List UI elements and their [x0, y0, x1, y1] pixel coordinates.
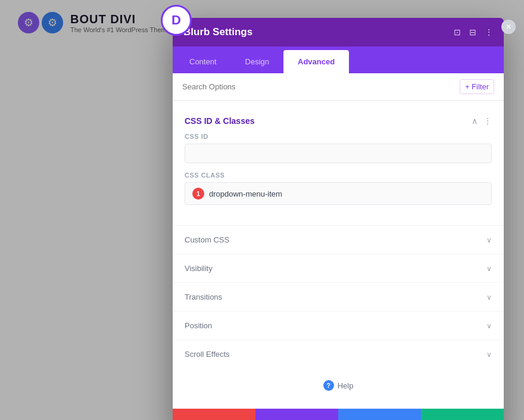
position-section: Position ∨: [173, 311, 504, 340]
css-id-input[interactable]: [185, 144, 492, 163]
search-bar: + Filter: [173, 73, 504, 101]
filter-label: + Filter: [465, 82, 489, 91]
position-title: Position: [185, 321, 212, 330]
redo-icon: ↻: [376, 418, 383, 421]
custom-css-section: Custom CSS ∨: [173, 225, 504, 254]
custom-css-header[interactable]: Custom CSS ∨: [185, 226, 492, 254]
scroll-effects-chevron: ∨: [486, 350, 492, 359]
split-icon[interactable]: ⊟: [469, 27, 476, 37]
modal-body: CSS ID & Classes ∧ ⋮ CSS ID CSS Class 1: [173, 101, 504, 409]
modal-header: Blurb Settings ⊡ ⊟ ⋮: [173, 18, 504, 46]
cancel-icon: ✕: [210, 418, 218, 421]
undo-icon: ↺: [293, 418, 301, 421]
tab-content[interactable]: Content: [175, 50, 231, 73]
help-section: ? Help: [173, 368, 504, 403]
help-label[interactable]: Help: [338, 381, 354, 390]
transitions-chevron: ∨: [486, 293, 492, 301]
css-id-field-group: CSS ID: [185, 133, 492, 163]
fullscreen-icon[interactable]: ⊡: [454, 27, 461, 37]
tab-advanced[interactable]: Advanced: [283, 50, 349, 73]
confirm-button[interactable]: ✓: [421, 409, 504, 420]
css-id-classes-section: CSS ID & Classes ∧ ⋮ CSS ID CSS Class 1: [173, 109, 504, 223]
position-header[interactable]: Position ∨: [185, 312, 492, 340]
css-id-label: CSS ID: [185, 133, 492, 140]
tab-design[interactable]: Design: [231, 50, 283, 73]
modal-header-icons: ⊡ ⊟ ⋮: [454, 27, 493, 37]
filter-button[interactable]: + Filter: [460, 79, 494, 94]
scroll-effects-title: Scroll Effects: [185, 350, 230, 359]
confirm-icon: ✓: [458, 418, 466, 421]
custom-css-title: Custom CSS: [185, 235, 229, 244]
css-class-label: CSS Class: [185, 172, 492, 179]
modal-footer: ✕ ↺ ↻ ✓: [173, 409, 504, 420]
css-class-field-group: CSS Class 1 dropdown-menu-item: [185, 172, 492, 205]
visibility-title: Visibility: [185, 264, 213, 273]
section-more-icon[interactable]: ⋮: [484, 116, 492, 126]
css-section-title: CSS ID & Classes: [185, 116, 255, 126]
css-class-badge: 1: [192, 188, 204, 200]
modal-title: Blurb Settings: [183, 26, 252, 38]
transitions-section: Transitions ∨: [173, 282, 504, 311]
visibility-chevron: ∨: [486, 265, 492, 273]
blurb-settings-modal: Blurb Settings ⊡ ⊟ ⋮ Content Design Adva…: [173, 18, 504, 420]
position-chevron: ∨: [486, 322, 492, 330]
visibility-section: Visibility ∨: [173, 254, 504, 282]
cancel-button[interactable]: ✕: [173, 409, 255, 420]
divi-logo-circle: D: [161, 5, 192, 36]
css-class-value: dropdown-menu-item: [209, 189, 282, 198]
visibility-header[interactable]: Visibility ∨: [185, 254, 492, 282]
redo-button[interactable]: ↻: [338, 409, 421, 420]
css-class-input-wrapper: 1 dropdown-menu-item: [185, 182, 492, 205]
css-section-body: CSS ID CSS Class 1 dropdown-menu-item: [173, 133, 504, 223]
search-input[interactable]: [182, 82, 455, 91]
modal-close-x-button[interactable]: ✕: [501, 20, 516, 34]
transitions-header[interactable]: Transitions ∨: [185, 283, 492, 311]
scroll-effects-section: Scroll Effects ∨: [173, 340, 504, 368]
help-icon[interactable]: ?: [323, 380, 334, 391]
more-options-icon[interactable]: ⋮: [485, 27, 493, 37]
collapse-icon[interactable]: ∧: [472, 116, 478, 126]
tab-bar: Content Design Advanced: [173, 46, 504, 73]
undo-button[interactable]: ↺: [255, 409, 338, 420]
scroll-effects-header[interactable]: Scroll Effects ∨: [185, 340, 492, 368]
section-header-icons: ∧ ⋮: [472, 116, 492, 126]
custom-css-chevron: ∨: [486, 236, 492, 244]
transitions-title: Transitions: [185, 293, 222, 301]
css-section-header[interactable]: CSS ID & Classes ∧ ⋮: [173, 109, 504, 133]
